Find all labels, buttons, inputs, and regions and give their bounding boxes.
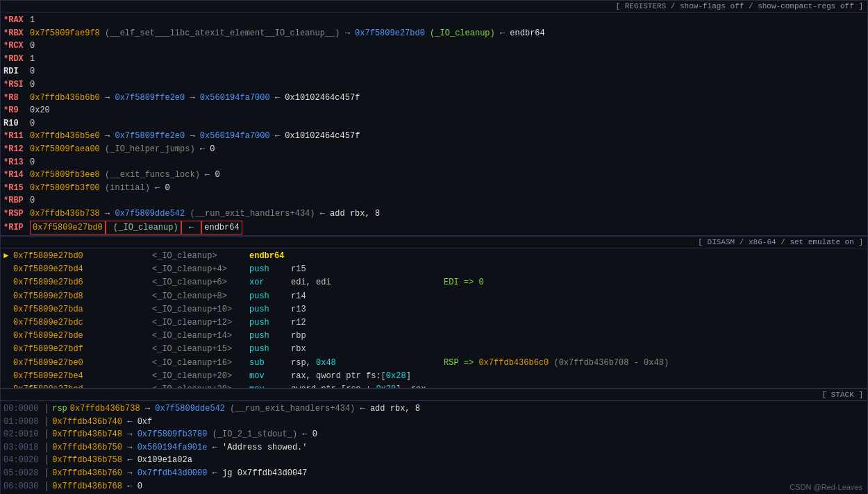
reg-rip: *RIP 0x7f5809e27bd0 (_IO_cleanup) ← endb… bbox=[3, 221, 865, 235]
reg-r12: *R12 0x7f5809faea00 (_IO_helper_jumps) ←… bbox=[3, 143, 865, 156]
stack-content: 00:0000 │ rsp 0x7ffdb436b738 → 0x7f5809d… bbox=[1, 401, 867, 494]
watermark: CSDN @Red-Leaves bbox=[790, 483, 862, 491]
disasm-header: [ DISASM / x86-64 / set emulate on ] bbox=[1, 237, 867, 248]
stack-row-5: 05:0028 │ 0x7ffdb436b760 → 0x7ffdb43d000… bbox=[3, 467, 865, 480]
disasm-row-7: 0x7f5809e27bdf <_IO_cleanup+15> push rbx bbox=[3, 343, 865, 356]
stack-row-1: 01:0008 │ 0x7ffdb436b740 ← 0xf bbox=[3, 416, 865, 429]
stack-row-6: 06:0030 │ 0x7ffdb436b768 ← 0 bbox=[3, 480, 865, 493]
stack-panel: [ STACK ] 00:0000 │ rsp 0x7ffdb436b738 →… bbox=[0, 389, 868, 494]
registers-panel: [ REGISTERS / show-flags off / show-comp… bbox=[0, 0, 868, 236]
disasm-row-4: 0x7f5809e27bda <_IO_cleanup+10> push r13 bbox=[3, 303, 865, 316]
reg-rax: *RAX 1 bbox=[3, 14, 865, 27]
reg-rbx: *RBX 0x7f5809fae9f8 (__elf_set___libc_at… bbox=[3, 27, 865, 40]
disasm-row-10: 0x7f5809e27bed <_IO_cleanup+29> mov qwor… bbox=[3, 383, 865, 389]
disasm-row-8: 0x7f5809e27be0 <_IO_cleanup+16> sub rsp,… bbox=[3, 357, 865, 370]
reg-r13: *R13 0 bbox=[3, 156, 865, 169]
stack-row-4: 04:0020 │ 0x7ffdb436b758 ← 0x109e1a02a bbox=[3, 454, 865, 467]
stack-row-2: 02:0010 │ 0x7ffdb436b748 → 0x7f5809fb378… bbox=[3, 428, 865, 441]
reg-rdx: *RDX 1 bbox=[3, 53, 865, 66]
reg-r8: *R8 0x7ffdb436b6b0 → 0x7f5809ffe2e0 → 0x… bbox=[3, 92, 865, 105]
disasm-row-6: 0x7f5809e27bde <_IO_cleanup+14> push rbp bbox=[3, 330, 865, 343]
stack-row-3: 03:0018 │ 0x7ffdb436b750 → 0x560194fa901… bbox=[3, 441, 865, 454]
reg-rbp: *RBP 0 bbox=[3, 194, 865, 207]
disasm-panel: [ DISASM / x86-64 / set emulate on ] ► 0… bbox=[0, 236, 868, 389]
reg-r9: *R9 0x20 bbox=[3, 104, 865, 117]
reg-rdi: RDI 0 bbox=[3, 65, 865, 78]
disasm-row-9: 0x7f5809e27be4 <_IO_cleanup+20> mov rax,… bbox=[3, 370, 865, 383]
reg-rsp: *RSP 0x7ffdb436b738 → 0x7f5809dde542 (__… bbox=[3, 207, 865, 221]
reg-name-rax: *RAX bbox=[3, 14, 30, 27]
reg-rsi: *RSI 0 bbox=[3, 78, 865, 92]
reg-r11: *R11 0x7ffdb436b5e0 → 0x7f5809ffe2e0 → 0… bbox=[3, 130, 865, 143]
disasm-row-1: 0x7f5809e27bd4 <_IO_cleanup+4> push r15 bbox=[3, 263, 865, 276]
stack-header: [ STACK ] bbox=[1, 389, 867, 401]
disasm-row-5: 0x7f5809e27bdc <_IO_cleanup+12> push r12 bbox=[3, 316, 865, 330]
disasm-content: ► 0x7f5809e27bd0 <_IO_cleanup> endbr64 0… bbox=[1, 248, 867, 389]
reg-r15: *R15 0x7f5809fb3f00 (initial) ← 0 bbox=[3, 182, 865, 195]
reg-r14: *R14 0x7f5809fb3ee8 (__exit_funcs_lock) … bbox=[3, 169, 865, 182]
registers-header: [ REGISTERS / show-flags off / show-comp… bbox=[1, 1, 867, 12]
disasm-row-0: ► 0x7f5809e27bd0 <_IO_cleanup> endbr64 bbox=[3, 250, 865, 263]
stack-row-0: 00:0000 │ rsp 0x7ffdb436b738 → 0x7f5809d… bbox=[3, 402, 865, 416]
reg-rcx: *RCX 0 bbox=[3, 40, 865, 53]
reg-r10: R10 0 bbox=[3, 117, 865, 130]
disasm-row-2: 0x7f5809e27bd6 <_IO_cleanup+6> xor edi, … bbox=[3, 276, 865, 289]
registers-content: *RAX 1 *RBX 0x7f5809fae9f8 (__elf_set___… bbox=[1, 12, 867, 236]
disasm-row-3: 0x7f5809e27bd8 <_IO_cleanup+8> push r14 bbox=[3, 290, 865, 303]
